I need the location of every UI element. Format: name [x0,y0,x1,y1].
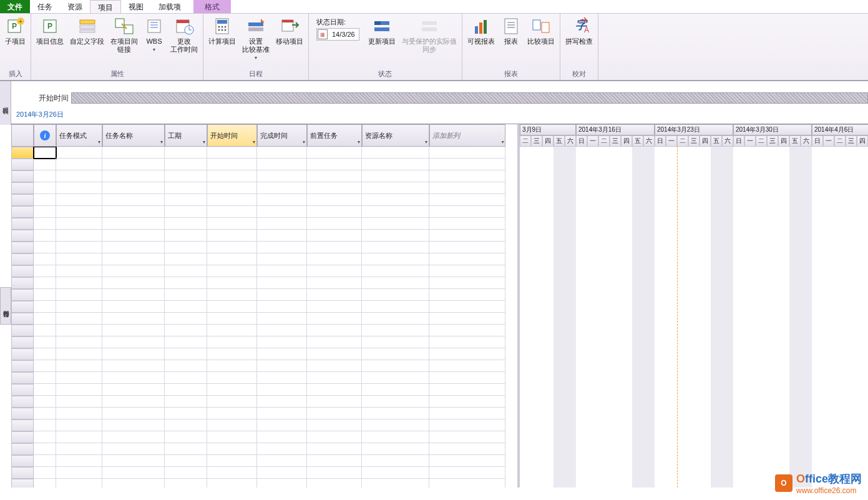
grid-cell[interactable] [207,301,257,313]
grid-cell[interactable] [307,396,362,408]
wbs-button[interactable]: WBS [142,15,167,55]
grid-cell[interactable] [34,408,56,419]
grid-cell[interactable] [429,218,505,230]
grid-cell[interactable] [362,408,429,419]
row-header[interactable] [11,467,34,479]
grid-cell[interactable] [102,348,165,360]
grid-cell[interactable] [362,313,429,325]
grid-cell[interactable] [307,218,362,230]
grid-cell[interactable] [56,419,102,431]
grid-cell[interactable] [362,218,429,230]
grid-cell[interactable] [165,301,207,313]
custom-fields-button[interactable]: 自定义字段 [67,15,107,47]
project-links-button[interactable]: 在项目间 链接 [108,15,140,55]
grid-cell[interactable] [362,147,429,159]
table-row[interactable] [11,218,517,230]
gantt-chart[interactable]: 3月9日2014年3月16日2014年3月23日2014年3月30日2014年4… [520,124,868,488]
col-task-name[interactable]: 任务名称▾ [102,124,165,147]
grid-cell[interactable] [307,159,362,170]
grid-cell[interactable] [207,336,257,348]
grid-cell[interactable] [56,467,102,479]
grid-cell[interactable] [102,384,165,396]
table-row[interactable] [11,384,517,396]
set-baseline-button[interactable]: 设置 比较基准 [240,15,272,63]
grid-cell[interactable] [362,348,429,360]
grid-cell[interactable] [102,253,165,265]
grid-cell[interactable] [207,396,257,408]
row-header-corner[interactable] [11,124,34,147]
grid-cell[interactable] [165,194,207,206]
grid-cell[interactable] [429,301,505,313]
row-header[interactable] [11,289,34,301]
grid-cell[interactable] [207,206,257,218]
grid-cell[interactable] [102,431,165,443]
row-header[interactable] [11,277,34,289]
grid-cell[interactable] [56,289,102,301]
grid-cell[interactable] [307,170,362,182]
grid-cell[interactable] [307,242,362,253]
grid-cell[interactable] [56,372,102,384]
tab-addins[interactable]: 加载项 [151,0,188,13]
grid-cell[interactable] [102,182,165,194]
grid-cell[interactable] [207,265,257,277]
grid-cell[interactable] [429,384,505,396]
grid-cell[interactable] [429,336,505,348]
grid-cell[interactable] [429,360,505,372]
grid-cell[interactable] [102,277,165,289]
row-header[interactable] [11,372,34,384]
grid-cell[interactable] [429,289,505,301]
status-date-picker[interactable]: ▦14/3/26 [316,28,359,41]
grid-cell[interactable] [257,479,307,488]
grid-cell[interactable] [362,159,429,170]
grid-cell[interactable] [102,147,165,159]
col-finish[interactable]: 完成时间▾ [257,124,307,147]
grid-cell[interactable] [257,301,307,313]
grid-cell[interactable] [257,218,307,230]
grid-cell[interactable] [362,467,429,479]
grid-cell[interactable] [362,431,429,443]
row-header[interactable] [11,170,34,182]
grid-cell[interactable] [165,455,207,467]
grid-cell[interactable] [165,408,207,419]
grid-cell[interactable] [207,182,257,194]
grid-cell[interactable] [56,265,102,277]
grid-cell[interactable] [207,147,257,159]
grid-cell[interactable] [165,419,207,431]
grid-cell[interactable] [165,336,207,348]
grid-cell[interactable] [207,289,257,301]
table-row[interactable] [11,230,517,242]
table-row[interactable] [11,277,517,289]
grid-cell[interactable] [362,419,429,431]
grid-cell[interactable] [362,372,429,384]
table-row[interactable] [11,182,517,194]
grid-cell[interactable] [429,230,505,242]
grid-cell[interactable] [207,467,257,479]
grid-cell[interactable] [362,301,429,313]
grid-cell[interactable] [257,277,307,289]
grid-cell[interactable] [34,384,56,396]
grid-cell[interactable] [307,289,362,301]
grid-cell[interactable] [56,277,102,289]
grid-cell[interactable] [207,325,257,336]
table-row[interactable] [11,467,517,479]
grid-cell[interactable] [56,360,102,372]
grid-cell[interactable] [257,289,307,301]
grid-cell[interactable] [307,325,362,336]
row-header[interactable] [11,194,34,206]
grid-cell[interactable] [102,218,165,230]
grid-cell[interactable] [102,206,165,218]
grid-cell[interactable] [257,159,307,170]
grid-cell[interactable] [429,159,505,170]
grid-cell[interactable] [102,336,165,348]
grid-cell[interactable] [34,396,56,408]
col-duration[interactable]: 工期▾ [165,124,207,147]
grid-cell[interactable] [34,159,56,170]
grid-cell[interactable] [102,419,165,431]
grid-cell[interactable] [102,170,165,182]
row-header[interactable] [11,325,34,336]
grid-cell[interactable] [102,396,165,408]
col-predecessors[interactable]: 前置任务▾ [307,124,362,147]
grid-cell[interactable] [102,325,165,336]
grid-cell[interactable] [362,455,429,467]
table-row[interactable] [11,265,517,277]
